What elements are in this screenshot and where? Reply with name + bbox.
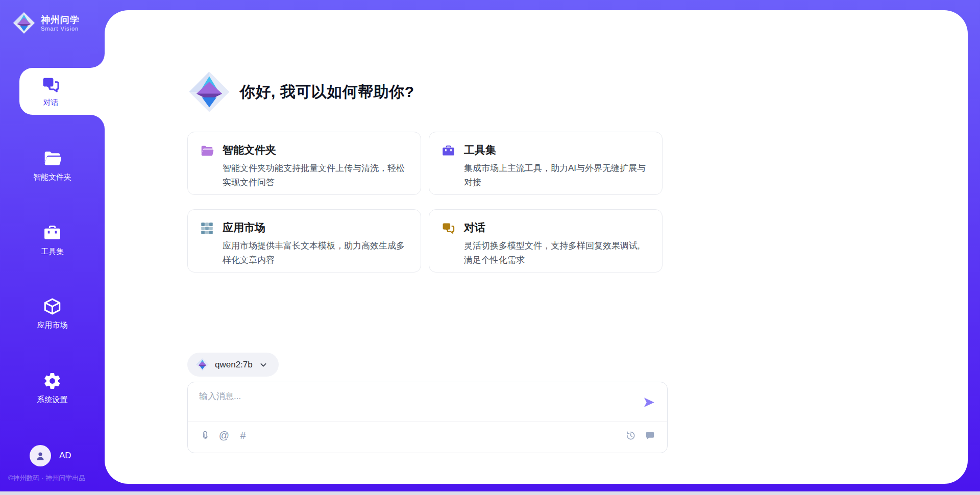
chat-icon (41, 76, 60, 94)
card-description: 灵活切换多模型文件，支持多样回复效果调试, 满足个性化需求 (464, 239, 650, 267)
bottom-edge-strip (0, 491, 980, 495)
model-selector[interactable]: qwen2:7b (187, 353, 279, 377)
card-app-market[interactable]: 应用市场 应用市场提供丰富长文本模板，助力高效生成多样化文章内容 (187, 209, 421, 273)
history-button[interactable] (624, 429, 636, 441)
brand-text: 神州问学 Smart Vision (41, 14, 80, 32)
card-description: 集成市场上主流工具，助力AI与外界无缝扩展与对接 (464, 161, 650, 190)
gem-logo-icon (12, 11, 36, 35)
tab-curve-bottom (90, 115, 105, 129)
sidebar-item-label: 工具集 (0, 247, 105, 257)
send-button[interactable] (642, 395, 656, 409)
sidebar-item-label: 系统设置 (0, 395, 105, 405)
person-icon (34, 450, 46, 462)
card-chat[interactable]: 对话 灵活切换多模型文件，支持多样回复效果调试, 满足个性化需求 (429, 209, 663, 273)
card-title: 智能文件夹 (223, 143, 408, 158)
gear-icon (43, 372, 62, 390)
greeting-text: 你好, 我可以如何帮助你? (240, 82, 414, 103)
folder-icon (43, 149, 62, 168)
sidebar-item-label: 智能文件夹 (0, 172, 105, 182)
composer-divider (188, 422, 667, 422)
user-profile[interactable]: AD (30, 445, 71, 466)
sidebar: 神州问学 Smart Vision 对话 智能文件夹 工具集 (0, 0, 105, 484)
message-composer: @ # (187, 382, 668, 453)
sidebar-item-toolset[interactable]: 工具集 (0, 224, 105, 257)
grid-icon (200, 221, 214, 235)
history-icon (625, 430, 636, 441)
avatar (30, 445, 51, 466)
card-toolset[interactable]: 工具集 集成市场上主流工具，助力AI与外界无缝扩展与对接 (429, 132, 663, 195)
sidebar-item-smart-folder[interactable]: 智能文件夹 (0, 149, 105, 182)
user-name: AD (59, 451, 71, 461)
feature-cards: 智能文件夹 智能文件夹功能支持批量文件上传与清洗，轻松实现文件问答 工具集 集成… (187, 132, 668, 273)
card-title: 工具集 (464, 143, 650, 158)
brand-name: 神州问学 (41, 14, 80, 26)
chevron-down-icon (258, 360, 268, 370)
attachment-button[interactable] (199, 429, 211, 441)
topic-button[interactable]: # (237, 429, 249, 441)
model-name: qwen2:7b (215, 360, 253, 370)
chat-bubble-icon (645, 430, 655, 441)
copyright-footer: ©神州数码 · 神州问学出品 (8, 474, 85, 483)
sidebar-item-label: 应用市场 (0, 320, 105, 330)
sidebar-item-chat[interactable]: 对话 (19, 68, 105, 115)
cube-icon (43, 297, 62, 316)
message-input[interactable] (199, 390, 623, 417)
sidebar-item-settings[interactable]: 系统设置 (0, 372, 105, 405)
toolbox-icon (43, 224, 62, 242)
tab-curve-top (90, 54, 105, 68)
brand-subtitle: Smart Vision (41, 26, 80, 32)
send-icon (642, 395, 656, 409)
folder-icon (200, 144, 214, 158)
gem-logo-icon (195, 358, 209, 372)
conversation-button[interactable] (644, 429, 656, 441)
mention-button[interactable]: @ (218, 429, 230, 441)
sidebar-item-app-market[interactable]: 应用市场 (0, 297, 105, 330)
card-description: 应用市场提供丰富长文本模板，助力高效生成多样化文章内容 (223, 239, 408, 267)
composer-toolbar: @ # (199, 429, 656, 441)
card-title: 应用市场 (223, 220, 408, 235)
paperclip-icon (200, 430, 211, 441)
card-description: 智能文件夹功能支持批量文件上传与清洗，轻松实现文件问答 (223, 161, 408, 190)
gem-logo-icon (187, 70, 231, 114)
chat-icon (442, 221, 455, 235)
sidebar-item-label: 对话 (43, 98, 59, 108)
card-title: 对话 (464, 220, 650, 235)
brand-header: 神州问学 Smart Vision (12, 11, 80, 35)
toolbox-icon (442, 144, 455, 158)
card-smart-folder[interactable]: 智能文件夹 智能文件夹功能支持批量文件上传与清洗，轻松实现文件问答 (187, 132, 421, 195)
welcome-header: 你好, 我可以如何帮助你? (187, 70, 414, 114)
